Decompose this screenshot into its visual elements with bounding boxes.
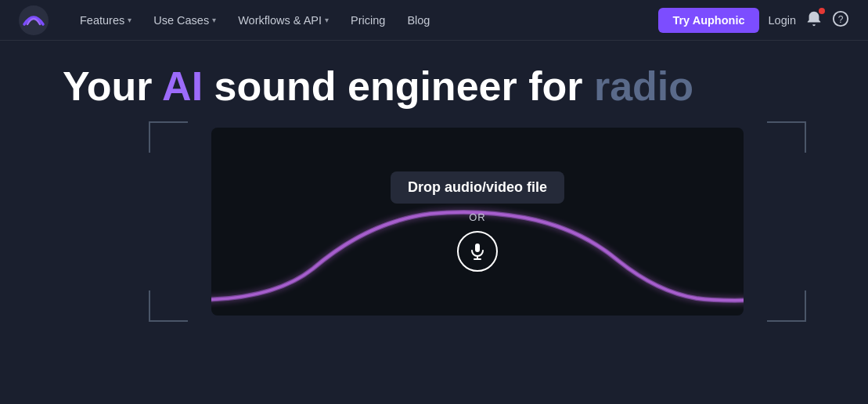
nav-right: Try Auphonic Login ? [658, 8, 849, 33]
hero-ai-text: AI [162, 63, 203, 109]
help-icon[interactable]: ? [832, 10, 849, 31]
try-auphonic-button[interactable]: Try Auphonic [658, 8, 758, 33]
bracket-bottom-right [767, 290, 806, 322]
nav-item-workflows[interactable]: Workflows & API ▾ [229, 9, 338, 31]
svg-point-0 [19, 5, 49, 35]
hero-section: Your AI sound engineer for radio [0, 41, 868, 316]
nav-item-pricing[interactable]: Pricing [341, 9, 394, 31]
drop-label: Drop audio/video file [391, 171, 564, 204]
nav-item-features[interactable]: Features ▾ [70, 9, 141, 31]
nav-links: Features ▾ Use Cases ▾ Workflows & API ▾… [70, 9, 658, 31]
login-button[interactable]: Login [769, 14, 796, 27]
bracket-top-left [149, 121, 188, 153]
navbar: Features ▾ Use Cases ▾ Workflows & API ▾… [0, 0, 868, 41]
microphone-icon [468, 242, 487, 261]
svg-text:?: ? [838, 13, 844, 24]
notification-bell-icon[interactable] [805, 10, 823, 31]
nav-item-use-cases[interactable]: Use Cases ▾ [144, 9, 225, 31]
hero-title: Your AI sound engineer for radio [63, 64, 805, 109]
svg-rect-3 [475, 243, 480, 252]
chevron-down-icon: ▾ [128, 16, 131, 24]
microphone-button[interactable] [457, 231, 498, 272]
demo-container: Drop audio/video file OR [157, 128, 798, 316]
nav-item-blog[interactable]: Blog [398, 9, 439, 31]
chevron-down-icon: ▾ [325, 16, 329, 24]
bracket-bottom-left [149, 290, 188, 322]
or-text: OR [469, 211, 486, 223]
notification-badge [819, 8, 825, 14]
chevron-down-icon: ▾ [212, 16, 216, 24]
logo[interactable] [19, 5, 49, 35]
demo-box[interactable]: Drop audio/video file OR [211, 128, 744, 316]
hero-radio-text: radio [594, 63, 693, 109]
bracket-top-right [767, 121, 806, 153]
drop-zone[interactable]: Drop audio/video file OR [391, 171, 564, 272]
